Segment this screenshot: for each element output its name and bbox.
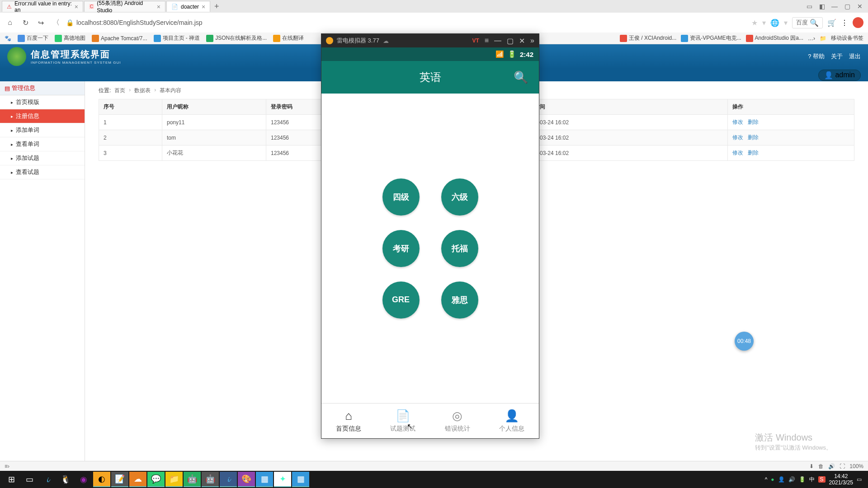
- bookmark-item[interactable]: 王俊 / XCIAndroid...: [620, 34, 676, 42]
- breadcrumb-item[interactable]: 数据表: [134, 87, 151, 94]
- nav-profile[interactable]: 👤 个人信息: [485, 404, 539, 438]
- edit-link[interactable]: 修改: [732, 119, 743, 125]
- bookmark-item[interactable]: 资讯-VPGAME电竞...: [681, 34, 741, 42]
- taskbar-app[interactable]: 🎨: [238, 472, 255, 487]
- search-icon[interactable]: 🔍: [514, 70, 528, 84]
- folder-icon[interactable]: 📁: [820, 35, 826, 42]
- taskbar-app[interactable]: 💬: [147, 472, 165, 487]
- menu-icon[interactable]: ≡: [485, 37, 489, 45]
- menu-icon[interactable]: ⋮: [841, 19, 848, 27]
- taskbar-app[interactable]: ◐: [93, 472, 110, 487]
- star-icon[interactable]: ★: [751, 19, 758, 27]
- nav-test[interactable]: 📄 试题测试: [376, 404, 430, 438]
- sidebar-item-home[interactable]: ▸首页模版: [0, 95, 85, 109]
- taskbar-app[interactable]: 𝓲: [220, 472, 237, 487]
- zoom-level[interactable]: 100%: [849, 463, 863, 469]
- window-restore-icon[interactable]: ◧: [817, 2, 826, 11]
- task-view-button[interactable]: ▭: [21, 472, 38, 487]
- minimize-icon[interactable]: —: [494, 37, 501, 45]
- volume-icon[interactable]: 🔊: [828, 463, 835, 469]
- level-button-cet4[interactable]: 四级: [382, 178, 420, 216]
- level-button-ielts[interactable]: 雅思: [441, 282, 478, 319]
- window-collapse-icon[interactable]: ▭: [805, 2, 814, 11]
- tray-volume-icon[interactable]: 🔊: [788, 476, 795, 483]
- close-icon[interactable]: ×: [75, 3, 78, 10]
- chevron-down-icon[interactable]: ▾: [762, 19, 766, 27]
- bookmark-item[interactable]: AndroidStudio 因a...: [746, 34, 803, 42]
- system-tray[interactable]: ^ ● 👤 🔊 🔋 中 S 14:42 2021/3/25 ▭: [765, 473, 865, 486]
- more-icon[interactable]: …›: [808, 35, 815, 42]
- exit-link[interactable]: 退出: [849, 52, 861, 61]
- browser-tab-2[interactable]: 📄 doacter ×: [166, 1, 210, 12]
- nav-home[interactable]: ⌂ 首页信息: [321, 404, 376, 438]
- close-icon[interactable]: ×: [202, 3, 205, 10]
- level-button-kaoyan[interactable]: 考研: [382, 230, 420, 267]
- bookmark-item[interactable]: 高德地图: [55, 34, 85, 42]
- sidebar-item-add-word[interactable]: ▸添加单词: [0, 123, 85, 137]
- emulator-title-bar[interactable]: 雷电模拟器 3.77 ☁ VT ≡ — ▢ ✕ »: [321, 34, 539, 47]
- sidebar-item-register[interactable]: ▸注册信息: [0, 109, 85, 123]
- window-maximize-icon[interactable]: ▢: [843, 2, 852, 11]
- taskbar-app[interactable]: 🤖: [184, 472, 201, 487]
- help-link[interactable]: ? 帮助: [808, 52, 825, 61]
- expand-icon[interactable]: ⛶: [840, 463, 845, 469]
- tray-ime[interactable]: 中: [809, 476, 815, 483]
- sidebar-item-add-question[interactable]: ▸添加试题: [0, 151, 85, 165]
- about-link[interactable]: 关于: [831, 52, 843, 61]
- avatar[interactable]: [853, 17, 863, 28]
- taskbar-app[interactable]: ✦: [274, 472, 291, 487]
- start-button[interactable]: ⊞: [3, 472, 20, 487]
- taskbar-app[interactable]: ☁: [129, 472, 146, 487]
- back-icon[interactable]: 〈: [51, 17, 61, 28]
- taskbar-app[interactable]: 📝: [111, 472, 128, 487]
- bookmark-item[interactable]: 在线翻译: [273, 34, 304, 42]
- window-close-icon[interactable]: ✕: [855, 2, 864, 11]
- chevron-down-icon[interactable]: ▾: [784, 19, 788, 27]
- trash-icon[interactable]: 🗑: [818, 463, 824, 469]
- taskbar-app[interactable]: 𝓲: [39, 472, 56, 487]
- level-button-gre[interactable]: GRE: [382, 282, 420, 319]
- taskbar-app[interactable]: 📁: [165, 472, 183, 487]
- globe-icon[interactable]: 🌐: [770, 19, 779, 27]
- bookmark-item[interactable]: JSON在线解析及格...: [206, 34, 267, 42]
- new-tab-button[interactable]: +: [211, 1, 222, 12]
- taskbar-app[interactable]: 🤖: [202, 472, 219, 487]
- close-icon[interactable]: ✕: [519, 37, 525, 45]
- url-box[interactable]: 🔒 localhost:8080/EnglishStudyService/mai…: [66, 19, 747, 26]
- delete-link[interactable]: 删除: [748, 119, 759, 125]
- recording-timer[interactable]: 00:48: [735, 332, 754, 351]
- tray-notification-icon[interactable]: ▭: [857, 476, 862, 483]
- level-button-cet6[interactable]: 六级: [441, 178, 478, 216]
- vt-indicator[interactable]: VT: [472, 38, 479, 44]
- taskbar-app[interactable]: ▦: [292, 472, 309, 487]
- maximize-icon[interactable]: ▢: [507, 37, 514, 45]
- tray-icon[interactable]: 👤: [778, 476, 785, 483]
- cart-icon[interactable]: 🛒: [827, 19, 836, 27]
- level-button-toefl[interactable]: 托福: [441, 230, 478, 267]
- home-icon[interactable]: ⌂: [5, 17, 15, 28]
- edit-link[interactable]: 修改: [732, 134, 743, 141]
- browser-tab-1[interactable]: C (55条消息) Android Studio ×: [84, 1, 165, 12]
- tray-icon[interactable]: S: [818, 476, 826, 483]
- user-chip[interactable]: 👤 admin: [818, 70, 861, 81]
- search-engine-box[interactable]: 百度 🔍: [792, 17, 823, 28]
- nav-stats[interactable]: ◎ 错误统计: [430, 404, 485, 438]
- taskbar-app[interactable]: 🐧: [57, 472, 74, 487]
- status-icon[interactable]: ≡›: [5, 463, 9, 469]
- tray-clock[interactable]: 14:42 2021/3/25: [829, 473, 853, 486]
- taskbar-app[interactable]: ◉: [75, 472, 92, 487]
- delete-link[interactable]: 删除: [748, 150, 759, 156]
- edit-link[interactable]: 修改: [732, 150, 743, 156]
- tray-icon[interactable]: ●: [771, 476, 774, 483]
- browser-tab-0[interactable]: ⚠ Error:null value in entry: an ×: [2, 1, 83, 12]
- bookmark-item[interactable]: Apache Tomcat/7...: [92, 35, 147, 42]
- breadcrumb-item[interactable]: 首页: [114, 87, 125, 94]
- expand-icon[interactable]: »: [530, 37, 534, 45]
- tray-chevron-icon[interactable]: ^: [765, 476, 768, 483]
- forward-icon[interactable]: ↪: [35, 17, 46, 28]
- sidebar-item-view-question[interactable]: ▸查看试题: [0, 165, 85, 179]
- bookmark-item[interactable]: 项目主页 - 禅道: [154, 34, 200, 42]
- delete-link[interactable]: 删除: [748, 134, 759, 141]
- sidebar-item-view-word[interactable]: ▸查看单词: [0, 137, 85, 151]
- mobile-bookmarks[interactable]: 移动设备书签: [831, 34, 863, 42]
